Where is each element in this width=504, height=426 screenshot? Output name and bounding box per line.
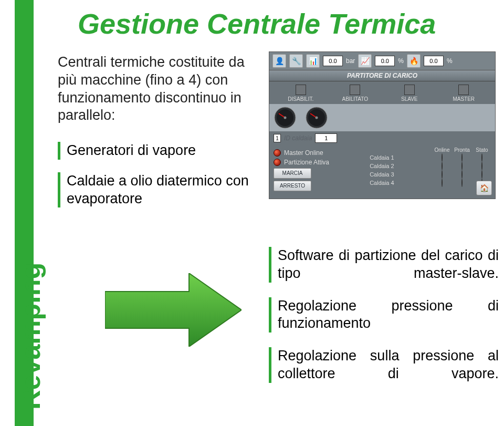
mode-label: DISABILIT. [274,96,328,102]
led-cell [453,171,471,178]
led-icon [442,170,443,179]
led-icon [481,162,482,170]
caldaia-name: Caldaia 3 [370,171,431,178]
user-icon: 👤 [272,54,286,68]
bullet-item: Software di partizione del carico di tip… [269,247,499,283]
led-icon [481,153,482,162]
bullet-list: Generatori di vapore Caldaie a olio diat… [58,142,252,220]
led-icon [481,170,482,179]
table-row: Caldaia 2 [370,162,491,170]
mode-label: ABILITATO [328,96,383,102]
led-cell [473,162,491,170]
caldaia-name: Caldaia 1 [370,154,431,161]
svg-marker-0 [105,273,242,347]
table-row: Caldaia 4 [370,179,491,186]
led-icon [274,149,281,157]
hmi-top-bar: 👤 🔧 📊 0.0 bar 📈 0.0 % 🔥 0.0 % [269,52,495,70]
percent-icon[interactable]: 📈 [358,54,372,68]
bullet-text: Generatori di vapore [67,142,252,160]
mode-label: MASTER [437,96,491,102]
button-group: MARCIA ARRESTO [274,168,364,191]
gauge-icon[interactable]: 📊 [306,54,320,68]
marcia-button[interactable]: MARCIA [274,168,311,179]
bullet-mark [58,172,60,208]
caldaia-name: Caldaia 4 [370,180,431,186]
caldaia-name: Caldaia 2 [370,163,431,169]
bullet-text: Regolazione sulla pressione al collettor… [278,347,499,383]
unit-2: % [398,57,404,65]
slide-title: Gestione Centrale Termica [78,7,436,40]
led-icon [461,170,463,179]
id-row: 1 ID caldaia 1 [269,131,495,145]
mode-master[interactable]: MASTER [437,84,491,102]
unit-3: % [447,57,453,65]
value-box-2: 0.0 [375,56,395,66]
led-cell [473,154,491,161]
led-cell [453,162,471,170]
flame-icon[interactable]: 🔥 [407,54,421,68]
arresto-button[interactable]: ARRESTO [274,181,311,191]
right-arrow-icon [105,273,242,347]
id-caldaia-label: ID caldaia [284,134,312,142]
intro-text: Centrali termiche costituite da più macc… [58,54,252,124]
mode-box[interactable] [458,85,469,95]
hmi-panel: 👤 🔧 📊 0.0 bar 📈 0.0 % 🔥 0.0 % PARTITORE … [269,51,496,199]
gauge-icon [274,106,297,129]
hmi-strip-title: PARTITORE DI CARICO [269,70,495,81]
mode-slave[interactable]: SLAVE [382,84,437,102]
col-online: Online [433,147,451,153]
led-cell [433,162,451,170]
mode-disabilit[interactable]: DISABILIT. [274,84,328,102]
table-header: Online Pronta Stato [370,147,491,153]
led-icon [461,179,463,187]
led-cell [453,154,471,161]
index-one: 1 [274,134,281,142]
led-icon [274,159,281,166]
value-box-1: 0.0 [323,56,343,66]
status-led-row: Master Online [274,149,364,157]
bullet-text: Software di partizione del carico di tip… [278,247,499,283]
led-icon [442,153,443,162]
mode-box[interactable] [296,85,306,95]
bullet-item: Caldaie a olio diatermico con evaporator… [58,172,252,208]
mode-abilitato[interactable]: ABILITATO [328,84,383,102]
col-pronta: Pronta [453,147,471,153]
bullet-item: Regolazione sulla pressione al collettor… [269,347,499,383]
bullet-mark [269,347,271,383]
status-label: Master Online [284,149,323,157]
gauge-icon [305,106,328,129]
value-box-3: 0.0 [424,56,444,66]
unit-1: bar [346,57,355,65]
right-bullet-list: Software di partizione del carico di tip… [269,247,499,398]
table-row: Caldaia 3 [370,171,491,178]
led-cell [473,171,491,178]
status-led-row: Partizione Attiva [274,159,364,166]
led-icon [442,179,443,187]
bullet-text: Regolazione pressione di funzionamento [278,297,499,333]
bullet-text: Caldaie a olio diatermico con evaporator… [67,172,252,208]
mode-box[interactable] [404,85,415,95]
mode-label: SLAVE [382,96,437,102]
hmi-bottom-left: Master Online Partizione Attiva MARCIA A… [274,147,364,193]
svg-point-8 [316,117,318,119]
bullet-mark [58,142,60,160]
led-cell [433,179,451,186]
gauge-row [269,104,495,131]
id-caldaia-value[interactable]: 1 [315,133,337,143]
status-label: Partizione Attiva [284,159,329,166]
led-icon [461,162,463,170]
led-cell [433,154,451,161]
bullet-mark [269,247,271,283]
bullet-item: Generatori di vapore [58,142,252,160]
wrench-icon[interactable]: 🔧 [289,54,303,68]
mode-box[interactable] [350,85,360,95]
led-cell [433,171,451,178]
caldaie-table: Online Pronta Stato Caldaia 1 Caldaia 2 [370,147,491,186]
bullet-mark [269,297,271,333]
col-stato: Stato [473,147,491,153]
mode-row: DISABILIT. ABILITATO SLAVE MASTER [269,81,495,104]
home-button[interactable]: 🏠 [476,181,492,195]
led-icon [461,153,463,162]
led-cell [453,179,471,186]
table-row: Caldaia 1 [370,154,491,161]
